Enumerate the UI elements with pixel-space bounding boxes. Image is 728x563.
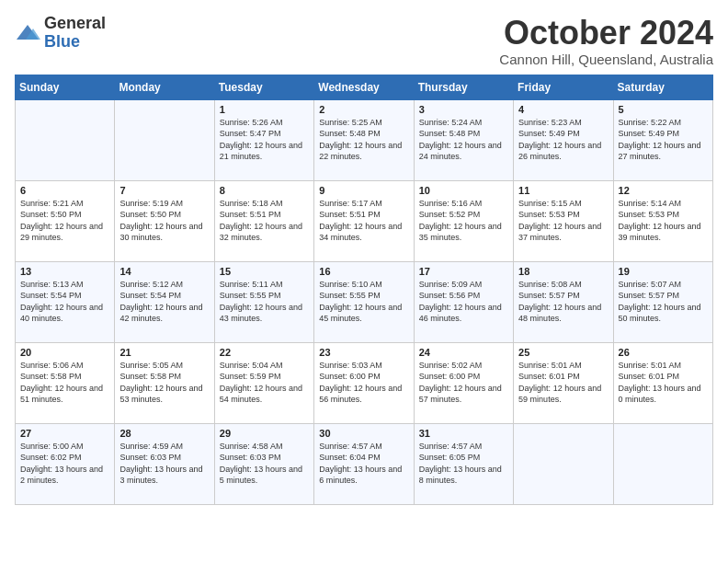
calendar-cell — [115, 99, 214, 180]
calendar-cell: 26Sunrise: 5:01 AM Sunset: 6:01 PM Dayli… — [613, 342, 712, 423]
calendar-cell: 2Sunrise: 5:25 AM Sunset: 5:48 PM Daylig… — [314, 99, 414, 180]
day-number: 12 — [619, 185, 708, 196]
day-number: 22 — [220, 347, 309, 358]
calendar-cell: 25Sunrise: 5:01 AM Sunset: 6:01 PM Dayli… — [514, 342, 613, 423]
day-content: Sunrise: 5:14 AM Sunset: 5:53 PM Dayligh… — [619, 198, 708, 244]
day-content: Sunrise: 4:57 AM Sunset: 6:05 PM Dayligh… — [419, 441, 508, 487]
calendar-cell: 18Sunrise: 5:08 AM Sunset: 5:57 PM Dayli… — [514, 261, 613, 342]
day-content: Sunrise: 4:59 AM Sunset: 6:03 PM Dayligh… — [119, 441, 209, 487]
day-content: Sunrise: 5:06 AM Sunset: 5:58 PM Dayligh… — [20, 360, 109, 406]
calendar-cell: 28Sunrise: 4:59 AM Sunset: 6:03 PM Dayli… — [115, 423, 214, 504]
calendar-cell — [16, 99, 115, 180]
day-number: 30 — [319, 428, 408, 439]
calendar-week-row: 6Sunrise: 5:21 AM Sunset: 5:50 PM Daylig… — [16, 180, 713, 261]
day-content: Sunrise: 5:03 AM Sunset: 6:00 PM Dayligh… — [319, 360, 408, 406]
day-number: 16 — [319, 266, 408, 277]
day-number: 20 — [20, 347, 109, 358]
day-content: Sunrise: 5:09 AM Sunset: 5:56 PM Dayligh… — [419, 279, 508, 325]
day-number: 31 — [419, 428, 508, 439]
day-number: 6 — [20, 185, 109, 196]
weekday-header: Thursday — [414, 75, 513, 99]
day-number: 21 — [119, 347, 209, 358]
day-number: 23 — [319, 347, 408, 358]
calendar-cell: 13Sunrise: 5:13 AM Sunset: 5:54 PM Dayli… — [16, 261, 115, 342]
logo-blue: Blue — [44, 33, 106, 52]
calendar-week-row: 13Sunrise: 5:13 AM Sunset: 5:54 PM Dayli… — [16, 261, 713, 342]
day-content: Sunrise: 5:17 AM Sunset: 5:51 PM Dayligh… — [319, 198, 408, 244]
calendar-cell — [613, 423, 712, 504]
calendar-cell: 22Sunrise: 5:04 AM Sunset: 5:59 PM Dayli… — [214, 342, 313, 423]
calendar-cell: 5Sunrise: 5:22 AM Sunset: 5:49 PM Daylig… — [613, 99, 712, 180]
calendar-week-row: 1Sunrise: 5:26 AM Sunset: 5:47 PM Daylig… — [16, 99, 713, 180]
calendar-cell: 27Sunrise: 5:00 AM Sunset: 6:02 PM Dayli… — [16, 423, 115, 504]
day-content: Sunrise: 5:08 AM Sunset: 5:57 PM Dayligh… — [518, 279, 608, 325]
calendar-cell: 17Sunrise: 5:09 AM Sunset: 5:56 PM Dayli… — [414, 261, 513, 342]
day-content: Sunrise: 4:57 AM Sunset: 6:04 PM Dayligh… — [319, 441, 408, 487]
day-content: Sunrise: 5:21 AM Sunset: 5:50 PM Dayligh… — [20, 198, 109, 244]
calendar-cell: 1Sunrise: 5:26 AM Sunset: 5:47 PM Daylig… — [214, 99, 313, 180]
title-block: October 2024 Cannon Hill, Queensland, Au… — [499, 15, 713, 67]
day-content: Sunrise: 5:23 AM Sunset: 5:49 PM Dayligh… — [518, 117, 608, 163]
day-content: Sunrise: 5:07 AM Sunset: 5:57 PM Dayligh… — [619, 279, 708, 325]
day-number: 25 — [518, 347, 608, 358]
calendar-cell: 31Sunrise: 4:57 AM Sunset: 6:05 PM Dayli… — [414, 423, 513, 504]
calendar-cell: 30Sunrise: 4:57 AM Sunset: 6:04 PM Dayli… — [314, 423, 414, 504]
day-number: 10 — [419, 185, 508, 196]
day-number: 2 — [319, 104, 408, 115]
calendar-cell: 11Sunrise: 5:15 AM Sunset: 5:53 PM Dayli… — [514, 180, 613, 261]
month-title: October 2024 — [499, 15, 713, 52]
day-number: 27 — [20, 428, 109, 439]
calendar-cell — [514, 423, 613, 504]
weekday-header-row: SundayMondayTuesdayWednesdayThursdayFrid… — [16, 75, 713, 99]
day-number: 13 — [20, 266, 109, 277]
calendar-cell: 6Sunrise: 5:21 AM Sunset: 5:50 PM Daylig… — [16, 180, 115, 261]
calendar-cell: 10Sunrise: 5:16 AM Sunset: 5:52 PM Dayli… — [414, 180, 513, 261]
day-number: 15 — [220, 266, 309, 277]
weekday-header: Friday — [514, 75, 613, 99]
calendar-cell: 8Sunrise: 5:18 AM Sunset: 5:51 PM Daylig… — [214, 180, 313, 261]
calendar-cell: 29Sunrise: 4:58 AM Sunset: 6:03 PM Dayli… — [214, 423, 313, 504]
day-content: Sunrise: 5:19 AM Sunset: 5:50 PM Dayligh… — [119, 198, 209, 244]
calendar-cell: 14Sunrise: 5:12 AM Sunset: 5:54 PM Dayli… — [115, 261, 214, 342]
weekday-header: Wednesday — [314, 75, 414, 99]
day-number: 11 — [518, 185, 608, 196]
calendar-cell: 20Sunrise: 5:06 AM Sunset: 5:58 PM Dayli… — [16, 342, 115, 423]
day-number: 28 — [119, 428, 209, 439]
weekday-header: Sunday — [16, 75, 115, 99]
calendar-week-row: 20Sunrise: 5:06 AM Sunset: 5:58 PM Dayli… — [16, 342, 713, 423]
calendar-cell: 24Sunrise: 5:02 AM Sunset: 6:00 PM Dayli… — [414, 342, 513, 423]
calendar-cell: 15Sunrise: 5:11 AM Sunset: 5:55 PM Dayli… — [214, 261, 313, 342]
calendar-cell: 9Sunrise: 5:17 AM Sunset: 5:51 PM Daylig… — [314, 180, 414, 261]
day-content: Sunrise: 5:11 AM Sunset: 5:55 PM Dayligh… — [220, 279, 309, 325]
calendar-cell: 16Sunrise: 5:10 AM Sunset: 5:55 PM Dayli… — [314, 261, 414, 342]
day-content: Sunrise: 5:15 AM Sunset: 5:53 PM Dayligh… — [518, 198, 608, 244]
calendar-cell: 4Sunrise: 5:23 AM Sunset: 5:49 PM Daylig… — [514, 99, 613, 180]
day-number: 17 — [419, 266, 508, 277]
logo-icon — [15, 23, 40, 43]
day-content: Sunrise: 5:18 AM Sunset: 5:51 PM Dayligh… — [220, 198, 309, 244]
day-content: Sunrise: 5:05 AM Sunset: 5:58 PM Dayligh… — [119, 360, 209, 406]
day-content: Sunrise: 5:00 AM Sunset: 6:02 PM Dayligh… — [20, 441, 109, 487]
day-number: 26 — [619, 347, 708, 358]
day-content: Sunrise: 5:13 AM Sunset: 5:54 PM Dayligh… — [20, 279, 109, 325]
day-number: 3 — [419, 104, 508, 115]
calendar-week-row: 27Sunrise: 5:00 AM Sunset: 6:02 PM Dayli… — [16, 423, 713, 504]
day-number: 29 — [220, 428, 309, 439]
calendar-cell: 3Sunrise: 5:24 AM Sunset: 5:48 PM Daylig… — [414, 99, 513, 180]
day-content: Sunrise: 5:24 AM Sunset: 5:48 PM Dayligh… — [419, 117, 508, 163]
day-number: 5 — [619, 104, 708, 115]
calendar-cell: 23Sunrise: 5:03 AM Sunset: 6:00 PM Dayli… — [314, 342, 414, 423]
weekday-header: Monday — [115, 75, 214, 99]
day-number: 19 — [619, 266, 708, 277]
calendar-cell: 21Sunrise: 5:05 AM Sunset: 5:58 PM Dayli… — [115, 342, 214, 423]
logo-general: General — [44, 15, 106, 33]
logo: General Blue — [15, 15, 106, 52]
weekday-header: Tuesday — [214, 75, 313, 99]
day-number: 8 — [220, 185, 309, 196]
day-number: 4 — [518, 104, 608, 115]
day-content: Sunrise: 5:22 AM Sunset: 5:49 PM Dayligh… — [619, 117, 708, 163]
day-number: 1 — [220, 104, 309, 115]
day-content: Sunrise: 5:26 AM Sunset: 5:47 PM Dayligh… — [220, 117, 309, 163]
day-content: Sunrise: 5:12 AM Sunset: 5:54 PM Dayligh… — [119, 279, 209, 325]
day-number: 9 — [319, 185, 408, 196]
